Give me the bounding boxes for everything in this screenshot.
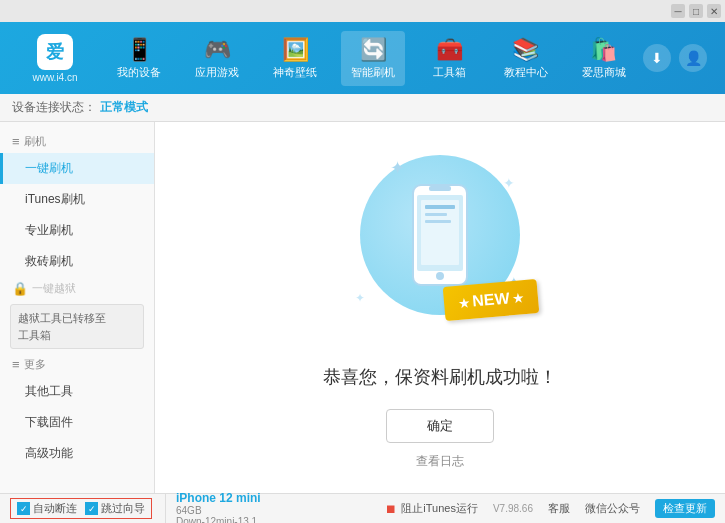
nav-label-store: 爱思商城 [582, 65, 626, 80]
device-storage: 64GB [176, 505, 261, 516]
nav-icon-wallpaper: 🖼️ [282, 37, 309, 63]
nav-icon-toolbox: 🧰 [436, 37, 463, 63]
device-info: iPhone 12 mini 64GB Down-12mini-13,1 [165, 491, 261, 524]
phone-svg [405, 180, 475, 290]
sidebar-item-pro-flash[interactable]: 专业刷机 [0, 215, 154, 246]
rescue-flash-label: 救砖刷机 [25, 254, 73, 268]
confirm-button[interactable]: 确定 [386, 409, 494, 443]
nav-item-apps[interactable]: 🎮 应用游戏 [185, 31, 249, 86]
svg-rect-7 [425, 220, 451, 223]
other-tools-label: 其他工具 [25, 384, 73, 398]
logo-text: www.i4.cn [32, 72, 77, 83]
nav-item-tutorials[interactable]: 📚 教程中心 [494, 31, 558, 86]
header: 爱 www.i4.cn 📱 我的设备 🎮 应用游戏 🖼️ 神奇壁纸 🔄 智能刷机… [0, 22, 725, 94]
nav-icon-store: 🛍️ [590, 37, 617, 63]
sidebar: ≡ 刷机 一键刷机 iTunes刷机 专业刷机 救砖刷机 🔒 一键越狱 越狱工具… [0, 122, 155, 493]
skip-wizard-label: 跳过向导 [101, 501, 145, 516]
version-text: V7.98.66 [493, 503, 533, 514]
minimize-button[interactable]: ─ [671, 4, 685, 18]
download-button[interactable]: ⬇ [643, 44, 671, 72]
auto-close-label: 自动断连 [33, 501, 77, 516]
svg-rect-6 [425, 213, 447, 216]
nav-item-store[interactable]: 🛍️ 爱思商城 [572, 31, 636, 86]
flash-section-icon: ≡ [12, 134, 20, 149]
bottom-right: ⏹ 阻止iTunes运行 V7.98.66 客服 微信公众号 检查更新 [385, 499, 715, 518]
sidebar-item-one-key-flash[interactable]: 一键刷机 [0, 153, 154, 184]
sidebar-section-flash: ≡ 刷机 [0, 130, 154, 153]
sidebar-item-itunes-flash[interactable]: iTunes刷机 [0, 184, 154, 215]
svg-rect-2 [429, 186, 451, 191]
logo: 爱 www.i4.cn [10, 34, 100, 83]
download-firmware-label: 下载固件 [25, 415, 73, 429]
user-button[interactable]: 👤 [679, 44, 707, 72]
sidebar-item-other-tools[interactable]: 其他工具 [0, 376, 154, 407]
itunes-stop-label: 阻止iTunes运行 [401, 501, 478, 516]
nav-label-tutorials: 教程中心 [504, 65, 548, 80]
content-area: ✦ ✦ ✦ ✦ NEW 恭喜您，保资料刷机成功啦！ 确定 查看日志 [155, 122, 725, 493]
checkbox-group: ✓ 自动断连 ✓ 跳过向导 [10, 498, 152, 519]
nav-item-my-device[interactable]: 📱 我的设备 [107, 31, 171, 86]
one-key-flash-label: 一键刷机 [25, 161, 73, 175]
nav-label-apps: 应用游戏 [195, 65, 239, 80]
maximize-button[interactable]: □ [689, 4, 703, 18]
sparkle-1: ✦ [390, 157, 405, 179]
notice-text: 越狱工具已转移至工具箱 [18, 312, 106, 341]
sidebar-item-advanced[interactable]: 高级功能 [0, 438, 154, 469]
nav-label-my-device: 我的设备 [117, 65, 161, 80]
sidebar-item-rescue-flash[interactable]: 救砖刷机 [0, 246, 154, 277]
nav-label-toolbox: 工具箱 [433, 65, 466, 80]
customer-service-link[interactable]: 客服 [548, 501, 570, 516]
sidebar-section-more: ≡ 更多 [0, 353, 154, 376]
title-bar: ─ □ ✕ [0, 0, 725, 22]
nav-item-wallpaper[interactable]: 🖼️ 神奇壁纸 [263, 31, 327, 86]
sparkle-3: ✦ [355, 291, 365, 305]
sparkle-2: ✦ [503, 175, 515, 191]
itunes-status[interactable]: ⏹ 阻止iTunes运行 [385, 501, 478, 516]
status-bar: 设备连接状态： 正常模式 [0, 94, 725, 122]
itunes-icon: ⏹ [385, 502, 397, 516]
svg-point-3 [436, 272, 444, 280]
skip-wizard-check-icon: ✓ [85, 502, 98, 515]
more-section-label: 更多 [24, 357, 46, 372]
nav-item-smart-flash[interactable]: 🔄 智能刷机 [341, 31, 405, 86]
nav-item-toolbox[interactable]: 🧰 工具箱 [420, 31, 480, 86]
nav-label-wallpaper: 神奇壁纸 [273, 65, 317, 80]
svg-rect-4 [421, 200, 459, 265]
sidebar-notice: 越狱工具已转移至工具箱 [10, 304, 144, 349]
new-badge: NEW [443, 279, 540, 321]
nav-icon-smart-flash: 🔄 [360, 37, 387, 63]
status-label: 设备连接状态： [12, 99, 96, 116]
svg-rect-5 [425, 205, 455, 209]
nav-label-smart-flash: 智能刷机 [351, 65, 395, 80]
logo-icon: 爱 [37, 34, 73, 70]
success-illustration: ✦ ✦ ✦ ✦ NEW [340, 145, 540, 345]
auto-close-checkbox[interactable]: ✓ 自动断连 [17, 501, 77, 516]
nav-icon-my-device: 📱 [126, 37, 153, 63]
flash-section-label: 刷机 [24, 134, 46, 149]
main-layout: ≡ 刷机 一键刷机 iTunes刷机 专业刷机 救砖刷机 🔒 一键越狱 越狱工具… [0, 122, 725, 493]
itunes-flash-label: iTunes刷机 [25, 192, 85, 206]
nav-icon-apps: 🎮 [204, 37, 231, 63]
device-model: Down-12mini-13,1 [176, 516, 261, 524]
wechat-link[interactable]: 微信公众号 [585, 501, 640, 516]
sidebar-section-jailbreak: 🔒 一键越狱 [0, 277, 154, 300]
skip-wizard-checkbox[interactable]: ✓ 跳过向导 [85, 501, 145, 516]
auto-close-check-icon: ✓ [17, 502, 30, 515]
jailbreak-section-icon: 🔒 [12, 281, 28, 296]
status-value: 正常模式 [100, 99, 148, 116]
pro-flash-label: 专业刷机 [25, 223, 73, 237]
sidebar-item-download-firmware[interactable]: 下载固件 [0, 407, 154, 438]
bottom-left: ✓ 自动断连 ✓ 跳过向导 iPhone 12 mini 64GB Down-1… [10, 491, 261, 524]
secondary-link[interactable]: 查看日志 [416, 453, 464, 470]
header-right: ⬇ 👤 [643, 44, 715, 72]
jailbreak-section-label: 一键越狱 [32, 281, 76, 296]
more-section-icon: ≡ [12, 357, 20, 372]
bottom-panel: ✓ 自动断连 ✓ 跳过向导 iPhone 12 mini 64GB Down-1… [0, 493, 725, 523]
nav-icon-tutorials: 📚 [512, 37, 539, 63]
close-button[interactable]: ✕ [707, 4, 721, 18]
nav-bar: 📱 我的设备 🎮 应用游戏 🖼️ 神奇壁纸 🔄 智能刷机 🧰 工具箱 📚 教程中… [100, 31, 643, 86]
check-update-button[interactable]: 检查更新 [655, 499, 715, 518]
success-text: 恭喜您，保资料刷机成功啦！ [323, 365, 557, 389]
advanced-label: 高级功能 [25, 446, 73, 460]
